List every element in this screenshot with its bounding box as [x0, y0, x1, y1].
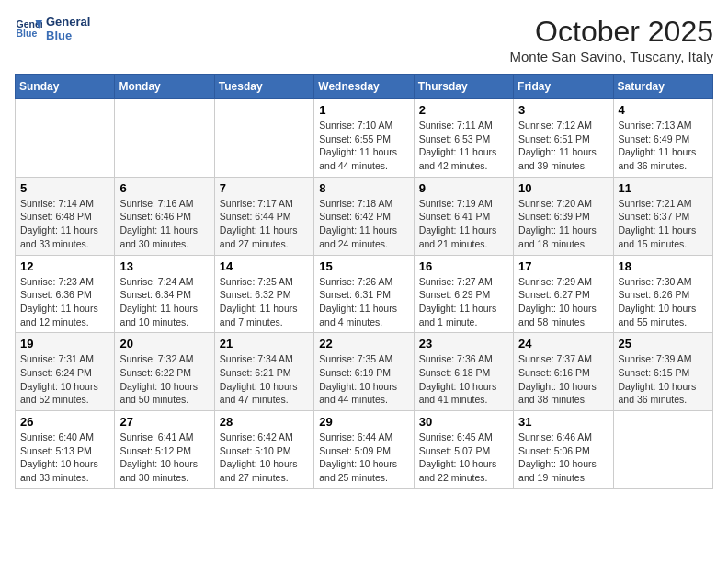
day-number: 10 — [518, 181, 608, 195]
day-number: 11 — [619, 181, 708, 195]
day-header-friday: Friday — [514, 75, 613, 99]
svg-text:Blue: Blue — [17, 28, 38, 39]
day-info: Sunrise: 7:20 AM Sunset: 6:39 PM Dayligh… — [518, 197, 608, 251]
header: General Blue General Blue October 2025 M… — [15, 15, 713, 64]
day-info: Sunrise: 7:23 AM Sunset: 6:36 PM Dayligh… — [20, 275, 109, 329]
calendar-cell: 10Sunrise: 7:20 AM Sunset: 6:39 PM Dayli… — [514, 177, 613, 255]
day-info: Sunrise: 6:44 AM Sunset: 5:09 PM Dayligh… — [319, 431, 408, 485]
calendar-cell: 20Sunrise: 7:32 AM Sunset: 6:22 PM Dayli… — [115, 333, 214, 411]
calendar-cell: 31Sunrise: 6:46 AM Sunset: 5:06 PM Dayli… — [514, 411, 613, 489]
day-number: 22 — [319, 337, 408, 350]
calendar-week-row: 26Sunrise: 6:40 AM Sunset: 5:13 PM Dayli… — [16, 411, 713, 489]
calendar-cell: 6Sunrise: 7:16 AM Sunset: 6:46 PM Daylig… — [115, 177, 214, 255]
calendar-cell: 22Sunrise: 7:35 AM Sunset: 6:19 PM Dayli… — [314, 333, 414, 411]
day-number: 3 — [518, 103, 608, 117]
day-info: Sunrise: 7:27 AM Sunset: 6:29 PM Dayligh… — [419, 275, 508, 329]
day-info: Sunrise: 7:17 AM Sunset: 6:44 PM Dayligh… — [220, 197, 309, 251]
logo: General Blue General Blue — [15, 15, 90, 42]
day-number: 18 — [619, 259, 708, 273]
day-number: 25 — [619, 337, 708, 350]
calendar-cell: 2Sunrise: 7:11 AM Sunset: 6:53 PM Daylig… — [414, 99, 513, 178]
day-number: 31 — [518, 415, 608, 429]
day-number: 24 — [518, 337, 608, 350]
day-header-saturday: Saturday — [613, 75, 712, 99]
day-number: 2 — [419, 103, 508, 117]
calendar-cell — [613, 411, 712, 489]
day-info: Sunrise: 6:45 AM Sunset: 5:07 PM Dayligh… — [419, 431, 508, 485]
calendar-table: SundayMondayTuesdayWednesdayThursdayFrid… — [15, 74, 713, 489]
day-number: 12 — [20, 259, 109, 273]
day-number: 20 — [119, 337, 209, 350]
calendar-cell — [214, 99, 313, 178]
calendar-cell: 29Sunrise: 6:44 AM Sunset: 5:09 PM Dayli… — [314, 411, 414, 489]
calendar-cell: 28Sunrise: 6:42 AM Sunset: 5:10 PM Dayli… — [214, 411, 313, 489]
title-block: October 2025 Monte San Savino, Tuscany, … — [509, 15, 713, 64]
calendar-cell: 5Sunrise: 7:14 AM Sunset: 6:48 PM Daylig… — [16, 177, 115, 255]
day-info: Sunrise: 6:41 AM Sunset: 5:12 PM Dayligh… — [119, 431, 209, 485]
day-info: Sunrise: 7:25 AM Sunset: 6:32 PM Dayligh… — [220, 275, 309, 329]
day-info: Sunrise: 7:12 AM Sunset: 6:51 PM Dayligh… — [518, 119, 608, 173]
day-number: 29 — [319, 415, 408, 429]
calendar-cell: 15Sunrise: 7:26 AM Sunset: 6:31 PM Dayli… — [314, 255, 414, 333]
calendar-cell: 17Sunrise: 7:29 AM Sunset: 6:27 PM Dayli… — [514, 255, 613, 333]
logo-general: General — [46, 15, 90, 29]
calendar-cell: 3Sunrise: 7:12 AM Sunset: 6:51 PM Daylig… — [514, 99, 613, 178]
day-info: Sunrise: 7:26 AM Sunset: 6:31 PM Dayligh… — [319, 275, 408, 329]
day-info: Sunrise: 6:46 AM Sunset: 5:06 PM Dayligh… — [518, 431, 608, 485]
day-number: 26 — [20, 415, 109, 429]
day-info: Sunrise: 6:42 AM Sunset: 5:10 PM Dayligh… — [220, 431, 309, 485]
day-number: 17 — [518, 259, 608, 273]
calendar-cell: 23Sunrise: 7:36 AM Sunset: 6:18 PM Dayli… — [414, 333, 513, 411]
day-info: Sunrise: 7:36 AM Sunset: 6:18 PM Dayligh… — [419, 352, 508, 407]
day-header-thursday: Thursday — [414, 75, 513, 99]
calendar-cell: 14Sunrise: 7:25 AM Sunset: 6:32 PM Dayli… — [214, 255, 313, 333]
day-number: 8 — [319, 181, 408, 195]
day-info: Sunrise: 7:11 AM Sunset: 6:53 PM Dayligh… — [419, 119, 508, 173]
calendar-cell: 19Sunrise: 7:31 AM Sunset: 6:24 PM Dayli… — [16, 333, 115, 411]
calendar-cell: 30Sunrise: 6:45 AM Sunset: 5:07 PM Dayli… — [414, 411, 513, 489]
day-number: 13 — [119, 259, 209, 273]
calendar-cell: 24Sunrise: 7:37 AM Sunset: 6:16 PM Dayli… — [514, 333, 613, 411]
day-number: 27 — [119, 415, 209, 429]
day-number: 21 — [220, 337, 309, 350]
calendar-cell: 13Sunrise: 7:24 AM Sunset: 6:34 PM Dayli… — [115, 255, 214, 333]
day-info: Sunrise: 7:21 AM Sunset: 6:37 PM Dayligh… — [619, 197, 708, 251]
logo-blue: Blue — [46, 29, 90, 42]
day-number: 19 — [20, 337, 109, 350]
day-info: Sunrise: 7:29 AM Sunset: 6:27 PM Dayligh… — [518, 275, 608, 329]
day-header-monday: Monday — [115, 75, 214, 99]
calendar-week-row: 12Sunrise: 7:23 AM Sunset: 6:36 PM Dayli… — [16, 255, 713, 333]
day-number: 5 — [20, 181, 109, 195]
day-number: 4 — [619, 103, 708, 117]
calendar-cell: 9Sunrise: 7:19 AM Sunset: 6:41 PM Daylig… — [414, 177, 513, 255]
calendar-cell: 11Sunrise: 7:21 AM Sunset: 6:37 PM Dayli… — [613, 177, 712, 255]
day-info: Sunrise: 7:14 AM Sunset: 6:48 PM Dayligh… — [20, 197, 109, 251]
day-number: 14 — [220, 259, 309, 273]
day-info: Sunrise: 7:37 AM Sunset: 6:16 PM Dayligh… — [518, 352, 608, 407]
calendar-cell: 1Sunrise: 7:10 AM Sunset: 6:55 PM Daylig… — [314, 99, 414, 178]
day-info: Sunrise: 6:40 AM Sunset: 5:13 PM Dayligh… — [20, 431, 109, 485]
day-info: Sunrise: 7:31 AM Sunset: 6:24 PM Dayligh… — [20, 352, 109, 407]
calendar-cell: 18Sunrise: 7:30 AM Sunset: 6:26 PM Dayli… — [613, 255, 712, 333]
day-info: Sunrise: 7:39 AM Sunset: 6:15 PM Dayligh… — [619, 352, 708, 407]
day-number: 7 — [220, 181, 309, 195]
day-header-wednesday: Wednesday — [314, 75, 414, 99]
calendar-cell: 25Sunrise: 7:39 AM Sunset: 6:15 PM Dayli… — [613, 333, 712, 411]
day-info: Sunrise: 7:13 AM Sunset: 6:49 PM Dayligh… — [619, 119, 708, 173]
day-info: Sunrise: 7:30 AM Sunset: 6:26 PM Dayligh… — [619, 275, 708, 329]
day-info: Sunrise: 7:16 AM Sunset: 6:46 PM Dayligh… — [119, 197, 209, 251]
day-number: 28 — [220, 415, 309, 429]
day-number: 6 — [119, 181, 209, 195]
calendar-cell: 21Sunrise: 7:34 AM Sunset: 6:21 PM Dayli… — [214, 333, 313, 411]
day-number: 15 — [319, 259, 408, 273]
day-number: 30 — [419, 415, 508, 429]
day-number: 9 — [419, 181, 508, 195]
day-header-tuesday: Tuesday — [214, 75, 313, 99]
calendar-cell — [16, 99, 115, 178]
calendar-cell: 4Sunrise: 7:13 AM Sunset: 6:49 PM Daylig… — [613, 99, 712, 178]
logo-icon: General Blue — [15, 15, 42, 42]
day-info: Sunrise: 7:10 AM Sunset: 6:55 PM Dayligh… — [319, 119, 408, 173]
day-number: 16 — [419, 259, 508, 273]
day-info: Sunrise: 7:34 AM Sunset: 6:21 PM Dayligh… — [220, 352, 309, 407]
calendar-cell — [115, 99, 214, 178]
